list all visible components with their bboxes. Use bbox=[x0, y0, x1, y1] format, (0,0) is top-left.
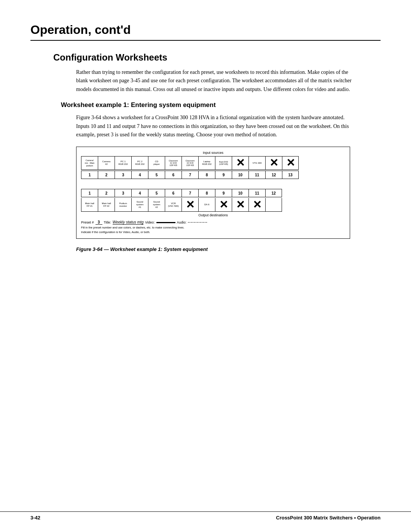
preset-label: Preset # bbox=[81, 220, 94, 224]
output-label-4: Soundsystem#1 bbox=[131, 198, 148, 212]
input-label-4: PC 2RGB 202 bbox=[131, 156, 148, 170]
worksheet-figure: Input sources Camera/mic - Mainpodium Ca… bbox=[76, 147, 350, 239]
input-num-3: 3 bbox=[115, 171, 131, 179]
section-title: Configuration Worksheets bbox=[53, 52, 381, 63]
video-label: Video: bbox=[145, 220, 155, 224]
input-label-12-cross: ✕ bbox=[265, 156, 282, 170]
input-label-7: Classroom#2 VCRUSP 405 bbox=[182, 156, 198, 170]
output-num-9: 9 bbox=[215, 189, 232, 197]
input-num-2: 2 bbox=[98, 171, 115, 179]
preset-row: Preset # 3 Title: Weekly status mtg Vide… bbox=[81, 220, 345, 225]
footer-title: CrossPoint 300 Matrix Switchers • Operat… bbox=[276, 515, 381, 521]
output-num-5: 5 bbox=[148, 189, 165, 197]
input-num-12: 12 bbox=[265, 171, 282, 179]
input-label-9: Rack DVD(USP 405) bbox=[215, 156, 232, 170]
subsection-title: Worksheet example 1: Entering system equ… bbox=[61, 101, 381, 109]
input-num-11: 11 bbox=[249, 171, 265, 179]
input-label-11: VTG 300 bbox=[249, 156, 265, 170]
output-labels-row: Main hallFP #1 Main hallFP #2 Podiummoni… bbox=[81, 198, 345, 212]
input-label-8: LaptopRGB 202 bbox=[198, 156, 215, 170]
output-label-5: Soundsystem#2 bbox=[148, 198, 165, 212]
input-label-5: CDplayer bbox=[148, 156, 165, 170]
subsection-body: Figure 3-64 shows a worksheet for a Cros… bbox=[76, 113, 358, 139]
video-line bbox=[156, 222, 175, 223]
output-label-8: DA 6 bbox=[198, 198, 215, 212]
input-label-10-cross: ✕ bbox=[232, 156, 249, 170]
footer-page-number: 3-42 bbox=[30, 515, 40, 521]
page-header: Operation, cont'd bbox=[30, 23, 381, 41]
output-label-3: Podiummonitor bbox=[115, 198, 131, 212]
output-num-10: 10 bbox=[232, 189, 249, 197]
input-num-13: 13 bbox=[282, 171, 299, 179]
output-num-2: 2 bbox=[98, 189, 115, 197]
output-num-1: 1 bbox=[81, 189, 98, 197]
preset-number: 3 bbox=[96, 220, 102, 225]
fill-instruction-2: Indicate if the configuration is for Vid… bbox=[81, 230, 345, 234]
input-num-5: 5 bbox=[148, 171, 165, 179]
input-label-1: Camera/mic - Mainpodium bbox=[81, 156, 98, 170]
output-label-7-cross: ✕ bbox=[182, 198, 198, 212]
output-num-6: 6 bbox=[165, 189, 182, 197]
output-label-11-cross: ✕ bbox=[249, 198, 265, 212]
input-label-2: Camera#2 bbox=[98, 156, 115, 170]
preset-title-label: Title: bbox=[104, 220, 111, 224]
page-title: Operation, cont'd bbox=[30, 23, 381, 37]
fill-instruction-1: Fill in the preset number and use colors… bbox=[81, 226, 345, 229]
input-num-4: 4 bbox=[131, 171, 148, 179]
output-num-11: 11 bbox=[249, 189, 265, 197]
output-num-3: 3 bbox=[115, 189, 131, 197]
page-footer: 3-42 CrossPoint 300 Matrix Switchers • O… bbox=[0, 511, 411, 521]
output-destinations-label: Output destinations bbox=[81, 213, 345, 217]
output-label-1: Main hallFP #1 bbox=[81, 198, 98, 212]
input-label-13-cross: ✕ bbox=[282, 156, 299, 170]
input-label-6: Classroom#1 VCRUSP 405 bbox=[165, 156, 182, 170]
output-num-8: 8 bbox=[198, 189, 215, 197]
output-number-row: 1 2 3 4 5 6 7 8 9 10 11 12 bbox=[81, 189, 345, 197]
output-num-4: 4 bbox=[131, 189, 148, 197]
output-label-9-cross: ✕ bbox=[215, 198, 232, 212]
audio-line bbox=[188, 222, 207, 223]
input-num-9: 9 bbox=[215, 171, 232, 179]
output-num-12: 12 bbox=[265, 189, 282, 197]
input-num-1: 1 bbox=[81, 171, 98, 179]
input-label-3: PC 1RGB 202 bbox=[115, 156, 131, 170]
audio-label: Audio: bbox=[177, 220, 187, 224]
input-number-row: 1 2 3 4 5 6 7 8 9 10 11 12 13 bbox=[81, 171, 345, 179]
input-sources-label: Input sources bbox=[81, 151, 345, 155]
output-num-7: 7 bbox=[182, 189, 198, 197]
input-num-6: 6 bbox=[165, 171, 182, 179]
output-section: 1 2 3 4 5 6 7 8 9 10 11 12 Main hallFP #… bbox=[81, 189, 345, 217]
input-num-7: 7 bbox=[182, 171, 198, 179]
intro-body: Rather than trying to remember the confi… bbox=[76, 68, 358, 94]
output-label-12 bbox=[265, 198, 282, 212]
input-num-8: 8 bbox=[198, 171, 215, 179]
output-label-6: VCR(VSC 500) bbox=[165, 198, 182, 212]
input-labels-row: Camera/mic - Mainpodium Camera#2 PC 1RGB… bbox=[81, 156, 345, 170]
output-label-10-cross: ✕ bbox=[232, 198, 249, 212]
preset-title-value: Weekly status mtg bbox=[113, 220, 144, 225]
input-num-10: 10 bbox=[232, 171, 249, 179]
input-grid: Camera/mic - Mainpodium Camera#2 PC 1RGB… bbox=[81, 156, 345, 179]
figure-caption: Figure 3-64 — Worksheet example 1: Syste… bbox=[76, 246, 381, 252]
output-label-2: Main hallFP #2 bbox=[98, 198, 115, 212]
